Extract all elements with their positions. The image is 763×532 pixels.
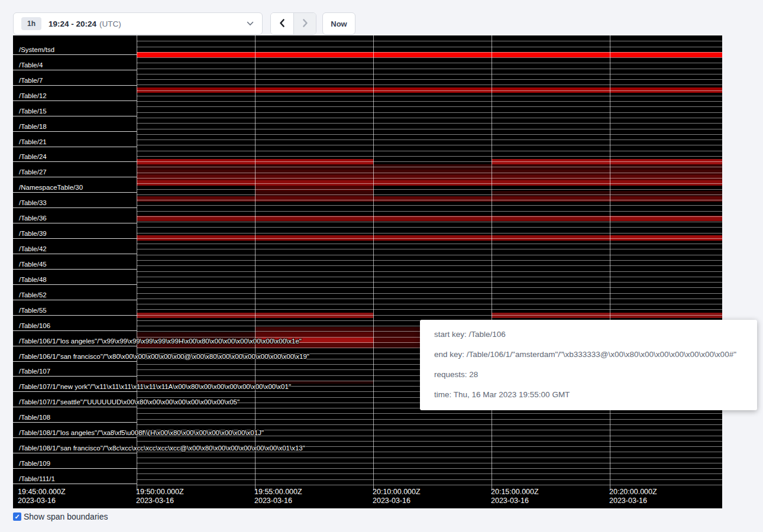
time-tick-label: 19:50:00.000Z2023-03-16: [136, 488, 184, 505]
key-row-label-text: /Table/27: [19, 168, 47, 176]
time-tick-date: 2023-03-16: [491, 497, 539, 505]
key-row-label: /NamespaceTable/30: [13, 177, 137, 193]
span-boundary-line: [137, 161, 722, 162]
key-row-label-text: /Table/24: [19, 153, 47, 160]
key-row-label: /Table/45: [13, 254, 137, 270]
span-boundary-line: [137, 468, 722, 469]
span-boundary-line: [137, 419, 722, 420]
span-boundary-line: [137, 282, 722, 283]
time-tick-time: 20:15:00.000Z: [491, 488, 539, 497]
key-row-label: /Table/15: [13, 100, 137, 116]
heat-band-segment[interactable]: [137, 52, 722, 57]
key-row-label: /Table/21: [13, 131, 137, 147]
time-range-label: 19:24 - 20:24: [49, 20, 96, 28]
next-interval-button[interactable]: [293, 13, 316, 34]
span-boundary-line: [137, 441, 722, 442]
span-boundary-line: [137, 57, 722, 58]
key-row-label: /Table/55: [13, 300, 137, 316]
time-column-boundary: [492, 35, 492, 491]
key-row-label-text: /Table/15: [19, 108, 47, 115]
span-boundary-line: [137, 183, 722, 184]
span-boundary-line: [137, 463, 722, 463]
span-boundary-line: [137, 151, 722, 151]
time-tick-date: 2023-03-16: [254, 497, 302, 505]
span-boundary-line: [137, 47, 722, 47]
span-boundary-line: [137, 424, 722, 425]
span-boundary-line: [137, 309, 722, 310]
span-boundary-line: [137, 315, 722, 316]
key-row-label: /Table/48: [13, 269, 137, 285]
span-boundary-line: [137, 211, 722, 212]
time-tick-time: 19:55:00.000Z: [254, 488, 302, 497]
span-boundary-line: [137, 194, 722, 195]
key-row-label-text: /Table/55: [19, 307, 47, 314]
key-row-label: /Table/12: [13, 85, 137, 101]
span-boundary-line: [137, 134, 722, 135]
tooltip-requests: requests: 28: [434, 365, 757, 385]
key-row-label-text: /Table/36: [19, 215, 47, 222]
span-boundary-line: [137, 205, 722, 206]
key-row-label-text: /Table/108/1/"san francisco"/"\x8c\xcc\x…: [19, 445, 305, 452]
span-boundary-line: [137, 156, 722, 157]
heat-band-segment[interactable]: [137, 196, 722, 202]
heatmap-canvas[interactable]: /System/tsd/Table/4/Table/7/Table/12/Tab…: [13, 35, 722, 508]
key-row-label-text: /Table/18: [19, 123, 47, 130]
span-boundaries-row: ✓ Show span boundaries: [13, 512, 108, 521]
key-row-label: /Table/108/1/"los angeles"/"\xa8\xf5\u00…: [13, 422, 137, 438]
time-tick-label: 20:20:00.000Z2023-03-16: [609, 488, 657, 505]
key-row-label-text: /Table/42: [19, 245, 47, 252]
key-row-label-text: /Table/12: [19, 92, 47, 99]
time-column-boundary: [255, 35, 256, 491]
span-boundary-line: [137, 216, 722, 217]
span-boundary-line: [137, 255, 722, 255]
span-boundary-line: [137, 479, 722, 480]
span-boundary-line: [137, 123, 722, 124]
span-boundary-line: [137, 173, 722, 173]
key-row-label-text: /Table/48: [19, 276, 47, 283]
span-boundary-line: [137, 277, 722, 277]
now-button[interactable]: Now: [322, 12, 355, 35]
span-boundary-line: [137, 227, 722, 228]
time-tick-time: 20:20:00.000Z: [609, 488, 657, 497]
key-row-label-text: /Table/106/1/"san francisco"/"\x80\x00\x…: [19, 353, 309, 360]
key-row-label-text: /Table/33: [19, 199, 47, 206]
key-row-label-text: /Table/106: [19, 322, 50, 329]
time-range-badge: 1h: [21, 17, 41, 30]
tooltip-start-key: start key: /Table/106: [434, 325, 757, 345]
span-boundary-line: [137, 85, 722, 85]
key-row-label: /Table/27: [13, 161, 137, 177]
key-row-label-text: /Table/106/1/"los angeles"/"\x99\x99\x99…: [19, 338, 302, 345]
time-range-select[interactable]: 1h 19:24 - 20:24 (UTC): [13, 12, 263, 35]
key-row-label-text: /Table/111/1: [19, 475, 55, 482]
key-row-label-text: /Table/4: [19, 61, 43, 69]
span-boundary-line: [137, 52, 722, 53]
span-boundary-line: [137, 118, 722, 118]
heat-band-segment[interactable]: [255, 186, 373, 191]
span-boundary-line: [137, 271, 722, 272]
key-row-label: /Table/106/1/"los angeles"/"\x99\x99\x99…: [13, 330, 137, 346]
span-boundary-line: [137, 69, 722, 69]
span-boundary-line: [137, 304, 722, 304]
key-row-label: /Table/107: [13, 361, 137, 377]
heat-band-segment[interactable]: [255, 191, 373, 196]
key-row-label-text: /Table/7: [19, 77, 43, 84]
time-tick-label: 20:15:00.000Z2023-03-16: [491, 488, 539, 505]
span-boundary-line: [137, 299, 722, 299]
key-visualizer-page: 1h 19:24 - 20:24 (UTC) Now /System/tsd/T…: [0, 0, 763, 532]
key-row-label-text: /Table/107: [19, 368, 50, 375]
chevron-right-icon: [301, 18, 309, 30]
key-row-label: /Table/24: [13, 147, 137, 163]
key-row-label-text: /Table/45: [19, 261, 47, 268]
span-boundary-line: [137, 485, 722, 485]
previous-interval-button[interactable]: [271, 13, 293, 34]
show-span-boundaries-checkbox[interactable]: ✓: [13, 512, 21, 521]
time-tick-date: 2023-03-16: [18, 497, 66, 505]
span-boundary-line: [137, 233, 722, 233]
key-row-label: /Table/36: [13, 207, 137, 223]
span-boundary-line: [137, 79, 722, 80]
span-boundary-line: [137, 293, 722, 294]
span-boundary-line: [137, 265, 722, 266]
span-boundary-line: [137, 473, 722, 474]
heat-band-segment[interactable]: [492, 191, 722, 196]
span-boundary-line: [137, 200, 722, 200]
